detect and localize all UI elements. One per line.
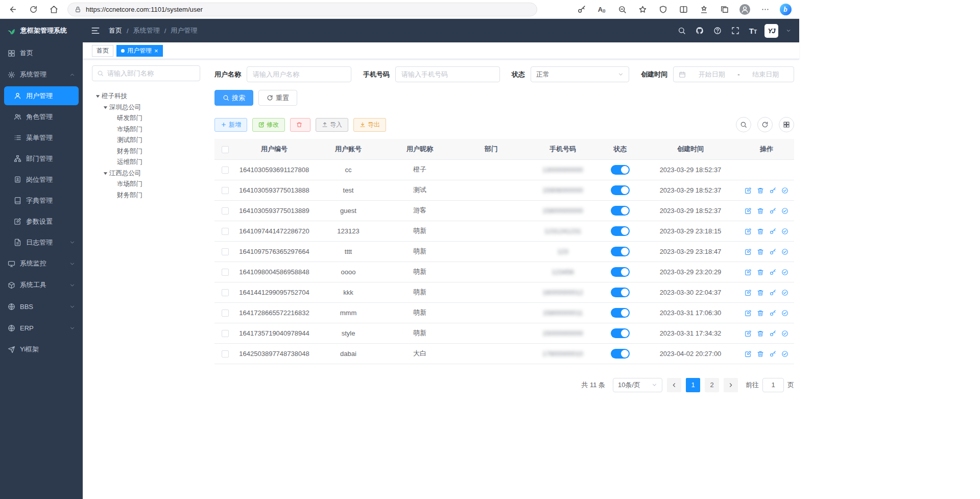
page-button-1[interactable]: 1 xyxy=(686,378,700,392)
fullscreen-icon[interactable] xyxy=(731,27,739,35)
font-size-icon[interactable]: TT xyxy=(749,27,757,35)
tree-node[interactable]: 测试部门 xyxy=(92,135,200,146)
status-toggle[interactable] xyxy=(611,267,630,277)
assign-role-icon[interactable] xyxy=(781,310,788,317)
row-checkbox[interactable] xyxy=(222,167,229,174)
status-toggle[interactable] xyxy=(611,185,630,195)
edit-button[interactable]: 修改 xyxy=(252,118,285,132)
github-icon[interactable] xyxy=(696,27,704,35)
reset-password-icon[interactable] xyxy=(769,310,776,317)
avatar-caret-icon[interactable] xyxy=(786,28,791,33)
tree-node[interactable]: 运维部门 xyxy=(92,157,200,168)
sidebar-item-post-management[interactable]: 岗位管理 xyxy=(0,169,83,190)
row-checkbox[interactable] xyxy=(222,350,229,358)
row-checkbox[interactable] xyxy=(222,187,229,194)
edit-icon[interactable] xyxy=(745,269,752,276)
tab-user-management[interactable]: 用户管理 × xyxy=(116,45,163,57)
sidebar-toggle-icon[interactable] xyxy=(91,26,100,35)
edit-icon[interactable] xyxy=(745,228,752,235)
sidebar-item-dept-management[interactable]: 部门管理 xyxy=(0,148,83,169)
select-all-checkbox[interactable] xyxy=(222,146,229,153)
status-toggle[interactable] xyxy=(611,349,630,359)
tree-node[interactable]: 深圳总公司 xyxy=(92,102,200,113)
profile-icon[interactable] xyxy=(735,2,754,17)
assign-role-icon[interactable] xyxy=(781,289,788,296)
sidebar-item-erp[interactable]: ERP xyxy=(0,317,83,339)
sidebar-item-user-management[interactable]: 用户管理 xyxy=(4,86,79,105)
caret-down-icon[interactable] xyxy=(102,171,109,176)
status-select[interactable]: 正常 xyxy=(531,66,629,82)
reset-password-icon[interactable] xyxy=(769,350,776,358)
delete-button[interactable] xyxy=(290,118,310,132)
edit-icon[interactable] xyxy=(745,207,752,215)
tree-node[interactable]: 市场部门 xyxy=(92,179,200,190)
read-aloud-icon[interactable]: A)) xyxy=(592,2,611,17)
delete-icon[interactable] xyxy=(757,187,764,194)
row-checkbox[interactable] xyxy=(222,330,229,337)
key-icon[interactable] xyxy=(571,2,591,17)
export-button[interactable]: 导出 xyxy=(353,118,386,132)
delete-icon[interactable] xyxy=(757,350,764,358)
status-toggle[interactable] xyxy=(611,247,630,256)
caret-down-icon[interactable] xyxy=(94,94,102,99)
reset-password-icon[interactable] xyxy=(769,187,776,194)
sidebar-item-param-settings[interactable]: 参数设置 xyxy=(0,211,83,232)
assign-role-icon[interactable] xyxy=(781,187,788,194)
sidebar-item-menu-management[interactable]: 菜单管理 xyxy=(0,127,83,148)
delete-icon[interactable] xyxy=(757,228,764,235)
reset-password-icon[interactable] xyxy=(769,269,776,276)
sidebar-item-role-management[interactable]: 角色管理 xyxy=(0,106,83,127)
assign-role-icon[interactable] xyxy=(781,350,788,358)
row-checkbox[interactable] xyxy=(222,207,229,215)
tab-close-icon[interactable]: × xyxy=(154,47,158,54)
row-checkbox[interactable] xyxy=(222,289,229,296)
page-button-2[interactable]: 2 xyxy=(705,378,719,392)
tree-node[interactable]: 研发部门 xyxy=(92,113,200,124)
status-toggle[interactable] xyxy=(611,308,630,318)
department-search-input[interactable] xyxy=(107,69,195,77)
assign-role-icon[interactable] xyxy=(781,207,788,215)
search-icon[interactable] xyxy=(678,27,686,35)
assign-role-icon[interactable] xyxy=(781,269,788,276)
column-settings-button[interactable] xyxy=(779,117,794,132)
browser-back-button[interactable] xyxy=(4,2,21,17)
row-checkbox[interactable] xyxy=(222,248,229,255)
extensions-icon[interactable] xyxy=(653,2,673,17)
edit-icon[interactable] xyxy=(745,187,752,194)
sidebar-item-system-monitor[interactable]: 系统监控 xyxy=(0,253,83,274)
question-icon[interactable] xyxy=(713,27,722,35)
status-toggle[interactable] xyxy=(611,226,630,236)
reset-password-icon[interactable] xyxy=(769,228,776,235)
collections-icon[interactable] xyxy=(714,2,734,17)
address-bar[interactable]: https://ccnetcore.com:1101/system/user xyxy=(67,3,537,16)
delete-icon[interactable] xyxy=(757,330,764,337)
row-checkbox[interactable] xyxy=(222,269,229,276)
tree-node[interactable]: 江西总公司 xyxy=(92,168,200,179)
assign-role-icon[interactable] xyxy=(781,228,788,235)
tree-node[interactable]: 财务部门 xyxy=(92,190,200,201)
reset-password-icon[interactable] xyxy=(769,330,776,337)
date-range-picker[interactable]: 开始日期 - 结束日期 xyxy=(673,66,794,82)
browser-refresh-button[interactable] xyxy=(25,2,42,17)
edit-icon[interactable] xyxy=(745,289,752,296)
sidebar-item-dict-management[interactable]: 字典管理 xyxy=(0,190,83,211)
sidebar-item-system-management[interactable]: 系统管理 xyxy=(0,64,83,85)
assign-role-icon[interactable] xyxy=(781,330,788,337)
next-page-button[interactable] xyxy=(724,378,738,392)
reset-password-icon[interactable] xyxy=(769,289,776,296)
delete-icon[interactable] xyxy=(757,207,764,215)
user-avatar[interactable]: YJ xyxy=(764,24,778,38)
browser-home-button[interactable] xyxy=(45,2,62,17)
sidebar-item-home[interactable]: 首页 xyxy=(0,42,83,64)
sidebar-item-bbs[interactable]: BBS xyxy=(0,296,83,317)
tree-node[interactable]: 市场部门 xyxy=(92,124,200,135)
goto-page-input[interactable] xyxy=(762,378,784,392)
sidebar-item-yi-framework[interactable]: Yi框架 xyxy=(0,339,83,360)
phone-input[interactable] xyxy=(395,66,500,82)
caret-down-icon[interactable] xyxy=(102,105,109,110)
more-icon[interactable] xyxy=(755,2,775,17)
delete-icon[interactable] xyxy=(757,289,764,296)
status-toggle[interactable] xyxy=(611,206,630,216)
row-checkbox[interactable] xyxy=(222,310,229,317)
split-screen-icon[interactable] xyxy=(674,2,693,17)
